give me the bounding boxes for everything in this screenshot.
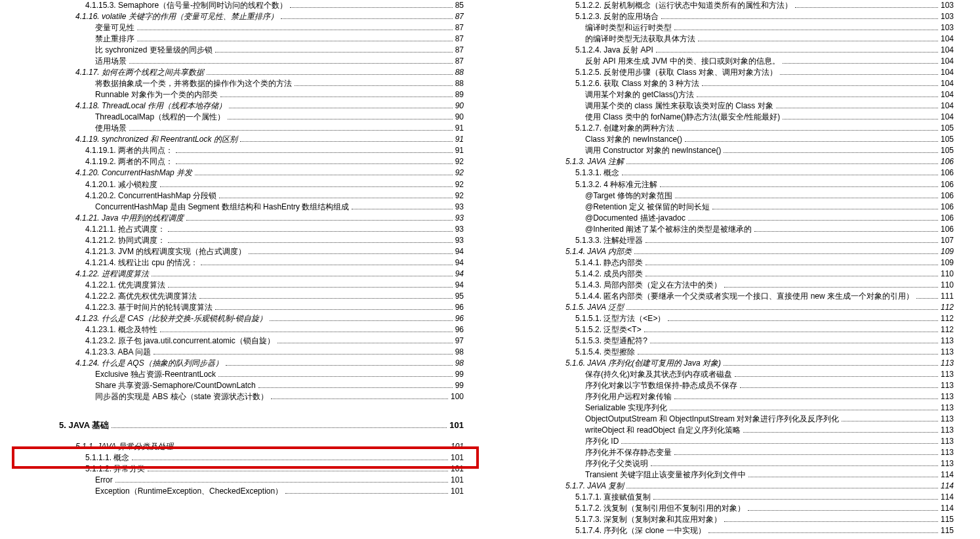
toc-entry-left-2[interactable]: 变量可见性87 (13, 22, 464, 33)
toc-entry-right-43[interactable]: 5.1.7. JAVA 复制114 (503, 481, 954, 492)
toc-label: 5.1.4.4. 匿名内部类（要继承一个父类或者实现一个接口、直接使用 new … (575, 291, 914, 302)
toc-entry-right-7[interactable]: 5.1.2.6. 获取 Class 对象的 3 种方法104 (503, 78, 954, 89)
toc-entry-right-42[interactable]: Transient 关键字阻止该变量被序列化到文件中114 (503, 469, 954, 481)
toc-entry-left-14[interactable]: 4.1.19.2. 两者的不同点：92 (13, 156, 464, 167)
toc-entry-right-17[interactable]: @Target 修饰的对象范围106 (503, 190, 954, 202)
leader-dots (220, 97, 453, 97)
toc-entry-right-6[interactable]: 5.1.2.5. 反射使用步骤（获取 Class 对象、调用对象方法）104 (503, 67, 954, 78)
toc-entry-left-29[interactable]: 4.1.23.1. 概念及特性96 (13, 324, 464, 335)
toc-entry-left-16[interactable]: 4.1.20.1. 减小锁粒度92 (13, 179, 464, 190)
toc-entry-left-28[interactable]: 4.1.23. 什么是 CAS（比较并交换-乐观锁机制-锁自旋）96 (13, 313, 464, 324)
leader-dots (295, 85, 453, 86)
toc-entry-right-14[interactable]: 5.1.3. JAVA 注解106 (503, 156, 954, 167)
toc-entry-left-9[interactable]: 4.1.18. ThreadLocal 作用（线程本地存储）90 (13, 100, 464, 112)
toc-entry-left-19[interactable]: 4.1.21. Java 中用到的线程调度93 (13, 213, 464, 224)
toc-entry-right-13[interactable]: 调用 Constructor 对象的 newInstance()105 (503, 145, 954, 156)
toc-entry-right-32[interactable]: 5.1.6. JAVA 序列化(创建可复用的 Java 对象)113 (503, 358, 954, 369)
chapter-heading[interactable]: 5. JAVA 基础101 (13, 420, 464, 431)
toc-entry-right-33[interactable]: 保存(持久化)对象及其状态到内存或者磁盘113 (503, 369, 954, 380)
toc-entry-right-8[interactable]: 调用某个对象的 getClass()方法104 (503, 89, 954, 100)
toc-entry-right-31[interactable]: 5.1.5.4. 类型擦除113 (503, 347, 954, 358)
toc-entry-left-after-0[interactable]: 5.1.1. JAVA 异常分类及处理101 (13, 441, 464, 452)
toc-entry-right-34[interactable]: 序列化对象以字节数组保持-静态成员不保存113 (503, 380, 954, 391)
toc-entry-right-40[interactable]: 序列化并不保存静态变量113 (503, 447, 954, 458)
toc-entry-left-12[interactable]: 4.1.19. synchronized 和 ReentrantLock 的区别… (13, 134, 464, 145)
toc-entry-left-17[interactable]: 4.1.20.2. ConcurrentHashMap 分段锁92 (13, 190, 464, 202)
toc-entry-right-16[interactable]: 5.1.3.2. 4 种标准元注解106 (503, 179, 954, 190)
toc-entry-right-41[interactable]: 序列化子父类说明113 (503, 458, 954, 469)
toc-entry-right-4[interactable]: 5.1.2.4. Java 反射 API104 (503, 45, 954, 56)
toc-entry-left-21[interactable]: 4.1.21.2. 协同式调度：93 (13, 235, 464, 246)
toc-entry-left-33[interactable]: Exclusive 独占资源-ReentrantLock99 (13, 369, 464, 380)
toc-entry-left-20[interactable]: 4.1.21.1. 抢占式调度：93 (13, 224, 464, 235)
toc-entry-right-44[interactable]: 5.1.7.1. 直接赋值复制114 (503, 492, 954, 503)
toc-label: ConcurrentHashMap 是由 Segment 数组结构和 HashE… (95, 202, 349, 213)
toc-entry-left-25[interactable]: 4.1.22.1. 优先调度算法94 (13, 280, 464, 291)
toc-entry-left-23[interactable]: 4.1.21.4. 线程让出 cpu 的情况：94 (13, 257, 464, 269)
toc-entry-right-28[interactable]: 5.1.5.1. 泛型方法（<E>）112 (503, 313, 954, 324)
toc-entry-right-10[interactable]: 使用 Class 类中的 forName()静态方法(最安全/性能最好)104 (503, 112, 954, 123)
toc-entry-left-3[interactable]: 禁止重排序87 (13, 33, 464, 45)
toc-entry-left-31[interactable]: 4.1.23.3. ABA 问题98 (13, 347, 464, 358)
toc-entry-left-8[interactable]: Runnable 对象作为一个类的内部类89 (13, 89, 464, 100)
toc-entry-right-0[interactable]: 5.1.2.2. 反射机制概念（运行状态中知道类所有的属性和方法）103 (503, 0, 954, 11)
toc-entry-left-18[interactable]: ConcurrentHashMap 是由 Segment 数组结构和 HashE… (13, 202, 464, 213)
toc-entry-left-after-4[interactable]: Exception（RuntimeException、CheckedExcept… (13, 486, 464, 497)
toc-entry-right-27[interactable]: 5.1.5. JAVA 泛型112 (503, 302, 954, 313)
toc-entry-right-24[interactable]: 5.1.4.2. 成员内部类110 (503, 269, 954, 280)
toc-entry-left-27[interactable]: 4.1.22.3. 基于时间片的轮转调度算法96 (13, 302, 464, 313)
toc-entry-right-23[interactable]: 5.1.4.1. 静态内部类109 (503, 257, 954, 269)
toc-entry-left-32[interactable]: 4.1.24. 什么是 AQS（抽象的队列同步器）98 (13, 358, 464, 369)
toc-entry-right-11[interactable]: 5.1.2.7. 创建对象的两种方法105 (503, 123, 954, 134)
toc-entry-left-24[interactable]: 4.1.22. 进程调度算法94 (13, 269, 464, 280)
toc-entry-right-3[interactable]: 的编译时类型无法获取具体方法104 (503, 33, 954, 45)
toc-entry-right-9[interactable]: 调用某个类的 class 属性来获取该类对应的 Class 对象104 (503, 100, 954, 112)
toc-entry-right-38[interactable]: writeObject 和 readObject 自定义序列化策略113 (503, 425, 954, 436)
toc-entry-left-6[interactable]: 4.1.17. 如何在两个线程之间共享数据88 (13, 67, 464, 78)
toc-entry-left-30[interactable]: 4.1.23.2. 原子包 java.util.concurrent.atomi… (13, 335, 464, 347)
toc-entry-left-22[interactable]: 4.1.21.3. JVM 的线程调度实现（抢占式调度）94 (13, 246, 464, 257)
toc-entry-right-22[interactable]: 5.1.4. JAVA 内部类109 (503, 246, 954, 257)
toc-entry-right-29[interactable]: 5.1.5.2. 泛型类<T>112 (503, 324, 954, 335)
toc-entry-left-1[interactable]: 4.1.16. volatile 关键字的作用（变量可见性、禁止重排序）87 (13, 11, 464, 22)
toc-entry-right-1[interactable]: 5.1.2.3. 反射的应用场合103 (503, 11, 954, 22)
toc-entry-left-26[interactable]: 4.1.22.2. 高优先权优先调度算法95 (13, 291, 464, 302)
toc-entry-right-26[interactable]: 5.1.4.4. 匿名内部类（要继承一个父类或者实现一个接口、直接使用 new … (503, 291, 954, 302)
toc-entry-right-35[interactable]: 序列化用户远程对象传输113 (503, 391, 954, 402)
toc-entry-left-after-1[interactable]: 5.1.1.1. 概念101 (13, 452, 464, 464)
toc-entry-right-47[interactable]: 5.1.7.4. 序列化（深 clone 一中实现）115 (503, 525, 954, 536)
toc-entry-right-45[interactable]: 5.1.7.2. 浅复制（复制引用但不复制引用的对象）114 (503, 503, 954, 514)
toc-entry-right-37[interactable]: ObjectOutputStream 和 ObjectInputStream 对… (503, 414, 954, 425)
toc-entry-right-20[interactable]: @Inherited 阐述了某个被标注的类型是被继承的106 (503, 224, 954, 235)
toc-entry-left-11[interactable]: 使用场景91 (13, 123, 464, 134)
leader-dots (352, 209, 452, 209)
toc-entry-right-36[interactable]: Serializable 实现序列化113 (503, 402, 954, 414)
toc-entry-right-2[interactable]: 编译时类型和运行时类型103 (503, 22, 954, 33)
toc-entry-right-5[interactable]: 反射 API 用来生成 JVM 中的类、接口或则对象的信息。104 (503, 56, 954, 67)
toc-entry-left-after-3[interactable]: Error101 (13, 475, 464, 486)
toc-entry-left-34[interactable]: Share 共享资源-Semaphore/CountDownLatch99 (13, 380, 464, 391)
page-number: 95 (455, 291, 464, 302)
toc-entry-left-10[interactable]: ThreadLocalMap（线程的一个属性）90 (13, 112, 464, 123)
toc-entry-right-12[interactable]: Class 对象的 newInstance()105 (503, 134, 954, 145)
toc-entry-left-35[interactable]: 同步器的实现是 ABS 核心（state 资源状态计数）100 (13, 391, 464, 402)
page-number: 98 (455, 358, 464, 369)
leader-dots (270, 320, 453, 321)
toc-label: @Documented 描述-javadoc (585, 213, 685, 224)
toc-entry-right-19[interactable]: @Documented 描述-javadoc106 (503, 213, 954, 224)
toc-entry-right-18[interactable]: @Retention 定义 被保留的时间长短106 (503, 202, 954, 213)
toc-entry-left-7[interactable]: 将数据抽象成一个类，并将数据的操作作为这个类的方法88 (13, 78, 464, 89)
toc-label: 4.1.23. 什么是 CAS（比较并交换-乐观锁机制-锁自旋） (75, 313, 267, 324)
toc-entry-left-0[interactable]: 4.1.15.3. Semaphore（信号量-控制同时访问的线程个数）85 (13, 0, 464, 11)
toc-entry-right-30[interactable]: 5.1.5.3. 类型通配符?113 (503, 335, 954, 347)
toc-entry-left-after-2[interactable]: 5.1.1.2. 异常分类101 (13, 464, 464, 475)
toc-entry-right-39[interactable]: 序列化 ID113 (503, 436, 954, 447)
toc-entry-right-15[interactable]: 5.1.3.1. 概念106 (503, 167, 954, 179)
toc-entry-right-46[interactable]: 5.1.7.3. 深复制（复制对象和其应用对象）115 (503, 514, 954, 525)
toc-entry-left-5[interactable]: 适用场景87 (13, 56, 464, 67)
toc-entry-left-15[interactable]: 4.1.20. ConcurrentHashMap 并发92 (13, 167, 464, 179)
toc-entry-right-25[interactable]: 5.1.4.3. 局部内部类（定义在方法中的类）110 (503, 280, 954, 291)
toc-entry-right-21[interactable]: 5.1.3.3. 注解处理器107 (503, 235, 954, 246)
toc-entry-left-13[interactable]: 4.1.19.1. 两者的共同点：91 (13, 145, 464, 156)
toc-entry-left-4[interactable]: 比 sychronized 更轻量级的同步锁87 (13, 45, 464, 56)
